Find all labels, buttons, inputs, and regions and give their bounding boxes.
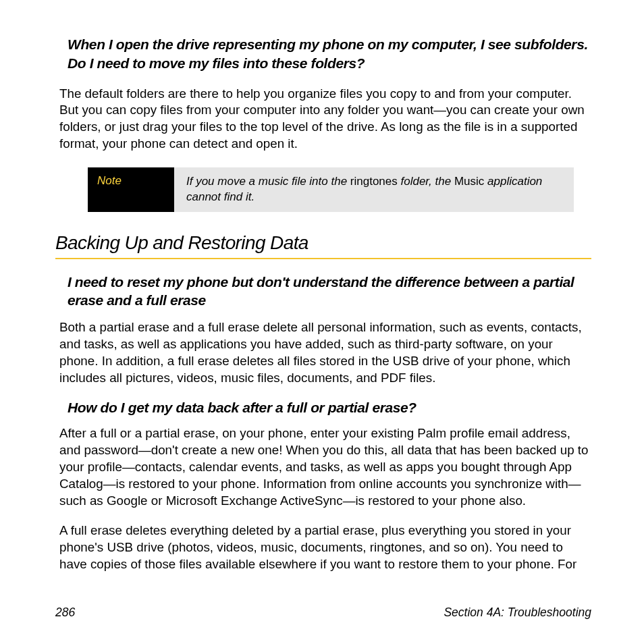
note-ringtones-word: ringtones <box>350 175 398 188</box>
paragraph-full-erase-usb: A full erase deletes everything deleted … <box>55 522 591 572</box>
note-body: If you move a music file into the ringto… <box>174 167 574 212</box>
note-music-word: Music <box>454 175 484 188</box>
footer-page-number: 286 <box>55 606 75 620</box>
section-heading-backup-restore: Backing Up and Restoring Data <box>55 232 591 259</box>
note-text-1: If you move a music file into the <box>186 175 350 188</box>
page-footer: 286 Section 4A: Troubleshooting <box>55 606 591 620</box>
note-text-2: folder, the <box>398 175 454 188</box>
footer-section-label: Section 4A: Troubleshooting <box>444 606 591 620</box>
paragraph-restore-profile: After a full or a partial erase, on your… <box>55 425 591 509</box>
question-erase-difference: I need to reset my phone but don't under… <box>68 273 591 310</box>
paragraph-default-folders: The default folders are there to help yo… <box>55 86 591 153</box>
question-subfolders: When I open the drive representing my ph… <box>68 35 591 74</box>
note-callout: Note If you move a music file into the r… <box>88 167 574 212</box>
paragraph-erase-explain: Both a partial erase and a full erase de… <box>55 319 591 386</box>
question-restore-data: How do I get my data back after a full o… <box>68 400 591 416</box>
note-label: Note <box>88 167 174 212</box>
